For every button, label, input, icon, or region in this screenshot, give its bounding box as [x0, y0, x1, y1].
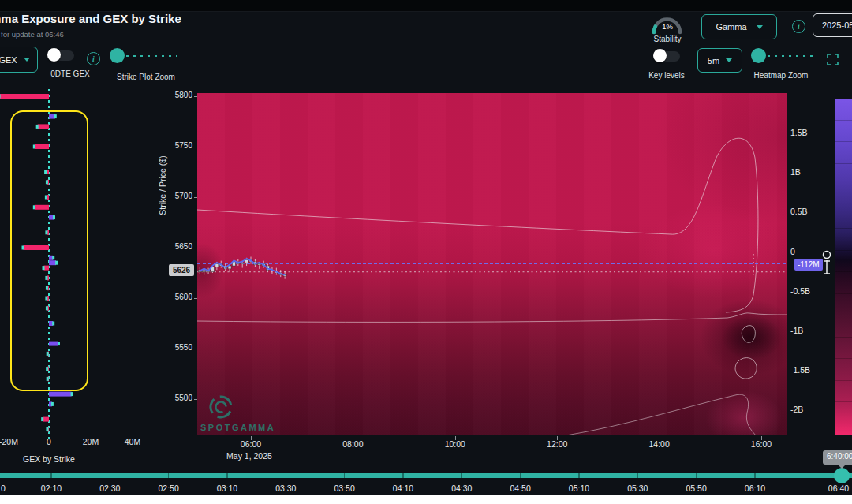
stability-value: 1%	[650, 22, 685, 31]
colorbar-tick: 1B	[790, 167, 801, 177]
heatmap-x-tickmark	[660, 436, 660, 440]
price-tag: 5626	[169, 264, 194, 276]
timeline-tick: 02:10	[32, 483, 71, 493]
heatmap-y-tick: 5700	[167, 192, 192, 200]
candle-body	[258, 263, 261, 265]
timeline-tick: 05:50	[677, 483, 716, 493]
timeline-notch	[754, 473, 756, 478]
timeline-tick: 06:40	[819, 483, 852, 493]
heatmap-y-tickmark	[194, 96, 197, 97]
heatmap-overlay	[197, 93, 787, 435]
heatmap-x-tick: 16:00	[742, 439, 781, 449]
heatmap-y-tick: 5550	[167, 343, 192, 352]
timeline-tick: 04:10	[383, 483, 423, 493]
timeline-tick: 03:30	[266, 483, 305, 493]
strike-plot-zoom-slider[interactable]	[110, 47, 179, 65]
heatmap-x-tick: 14:00	[640, 439, 679, 449]
heatmap-date-label: May 1, 2025	[222, 451, 277, 461]
heatmap-x-tickmark	[353, 436, 353, 440]
toggle-knob[interactable]	[653, 49, 667, 62]
info-icon[interactable]	[87, 52, 100, 65]
stability-label: Stability	[647, 35, 688, 43]
colorbar-tick: 1.5B	[790, 128, 808, 137]
info-icon[interactable]	[792, 20, 805, 33]
colorbar-tick: -1B	[790, 326, 803, 335]
gamma-contour	[197, 138, 758, 312]
timeline-notch	[344, 473, 346, 478]
slider-handle[interactable]	[751, 48, 766, 63]
gex-bar-marker	[51, 402, 54, 406]
gex-bar	[0, 94, 49, 99]
heatmap-x-tickmark	[251, 436, 252, 440]
gamma-contour	[197, 313, 787, 323]
toggle-knob[interactable]	[47, 48, 61, 62]
timeline-notch	[637, 473, 639, 478]
gex-dropdown-value: GEX	[0, 55, 17, 65]
timeline-notch	[578, 473, 580, 478]
page-title: Gamma Exposure and GEX by Strike	[0, 12, 181, 25]
interval-dropdown[interactable]: 5m	[697, 48, 742, 73]
colorbar-marker-pin-icon[interactable]	[820, 249, 834, 279]
timeline-notch	[168, 473, 170, 478]
heatmap-canvas[interactable]: SPOTGAMMA	[197, 93, 787, 435]
heatmap-y-tick: 5750	[167, 141, 192, 150]
heatmap-y-tickmark	[194, 399, 197, 400]
colorbar-marker-tag[interactable]: -112M	[794, 259, 823, 271]
top-strip	[0, 0, 852, 12]
gex-bar-marker	[0, 95, 1, 99]
gex-dropdown[interactable]: GEX	[0, 47, 38, 73]
slider-handle[interactable]	[110, 48, 125, 63]
gex-bar-marker	[71, 392, 73, 396]
timeline-tooltip: 6:40:00	[823, 450, 852, 465]
heatmap-y-tick: 5500	[167, 394, 192, 402]
key-levels-label: Key levels	[643, 71, 690, 80]
heatmap-x-tick: 08:00	[333, 439, 372, 449]
timeline-notch	[226, 473, 228, 478]
heatmap-x-tick: 06:00	[231, 439, 271, 449]
timeline-tick: 02:50	[149, 483, 189, 493]
heatmap-y-tickmark	[194, 349, 197, 349]
timeline-handle[interactable]	[834, 468, 850, 483]
key-levels-toggle[interactable]	[653, 49, 682, 63]
timeline-tick: 05:30	[618, 483, 657, 493]
colorbar-tick: -0.5B	[790, 286, 810, 296]
gex-bar	[49, 392, 72, 397]
odte-gex-toggle[interactable]	[47, 48, 76, 62]
metric-dropdown[interactable]: Gamma	[701, 14, 777, 39]
colorbar	[835, 99, 852, 435]
colorbar-tick: 0.5B	[790, 207, 808, 216]
date-field[interactable]: 2025-05-01	[813, 13, 852, 37]
chevron-down-icon	[757, 25, 763, 29]
gamma-contour	[566, 394, 756, 435]
heatmap-y-tick: 5650	[167, 242, 192, 251]
timeline-notch	[696, 473, 697, 478]
gex-bar-marker	[41, 417, 43, 421]
timeline-notch	[462, 473, 463, 478]
slider-track[interactable]	[768, 55, 813, 57]
timeline-track[interactable]	[0, 473, 852, 478]
heatmap-zoom-label: Heatmap Zoom	[742, 71, 820, 80]
watermark: SPOTGAMMA	[200, 423, 275, 432]
timeline-tick: 04:50	[501, 483, 540, 493]
spotgamma-logo-icon	[207, 393, 235, 421]
metric-dropdown-value: Gamma	[716, 22, 746, 32]
slider-track[interactable]	[126, 55, 177, 57]
fullscreen-icon[interactable]	[827, 54, 839, 65]
colorbar-tick: -2B	[790, 405, 803, 414]
heatmap-y-tick: 5800	[167, 91, 192, 99]
heatmap-ylabel: Strike / Price ($)	[158, 185, 167, 343]
heatmap-y-tickmark	[194, 248, 197, 248]
heatmap-y-tick: 5600	[167, 293, 192, 301]
timeline-notch	[286, 473, 287, 478]
timeline-tick: 03:50	[325, 483, 364, 493]
heatmap-y-tickmark	[194, 197, 197, 198]
gex-bar	[43, 417, 49, 422]
timeline-tick: 03:10	[207, 483, 247, 493]
gamma-contour-blob	[735, 358, 757, 379]
colorbar-tick: -1.5B	[790, 365, 810, 375]
gex-bar-marker	[46, 427, 48, 431]
gamma-contour-blob	[742, 326, 755, 343]
interval-dropdown-value: 5m	[708, 56, 719, 65]
heatmap-zoom-slider[interactable]	[751, 47, 816, 65]
timeline-notch	[402, 473, 404, 478]
